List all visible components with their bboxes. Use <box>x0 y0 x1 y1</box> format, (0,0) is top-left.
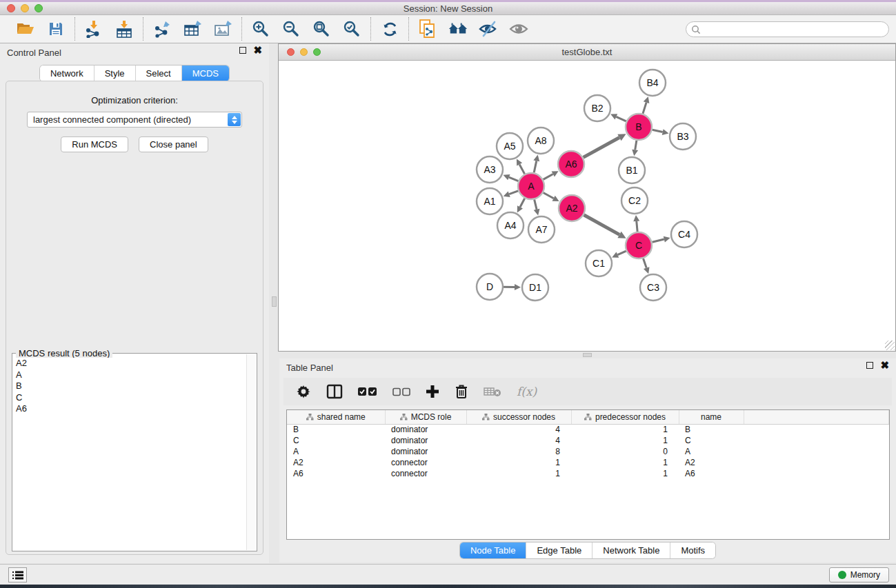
column-header[interactable]: shared name <box>287 410 385 424</box>
float-table-panel-icon[interactable] <box>866 362 873 369</box>
close-table-panel-icon[interactable]: ✖ <box>880 362 889 369</box>
deselect-all-checkboxes-icon[interactable] <box>392 387 410 396</box>
graph-edge-A-A2[interactable] <box>544 193 554 199</box>
table-cell[interactable]: 8 <box>466 446 571 457</box>
table-cell[interactable]: B <box>679 424 744 435</box>
clone-network-icon[interactable] <box>417 19 438 39</box>
graph-node-A1[interactable]: A1 <box>477 188 503 214</box>
table-cell[interactable]: 1 <box>571 457 679 468</box>
export-table-icon[interactable] <box>182 19 203 39</box>
graph-node-A5[interactable]: A5 <box>497 133 523 159</box>
tab-node-table[interactable]: Node Table <box>460 543 527 558</box>
table-cell[interactable]: A2 <box>679 457 744 468</box>
graph-edge-C-C1[interactable] <box>617 251 626 255</box>
add-row-icon[interactable] <box>426 385 439 398</box>
zoom-in-icon[interactable] <box>250 19 271 39</box>
show-columns-icon[interactable] <box>326 384 343 399</box>
graph-node-A4[interactable]: A4 <box>497 212 524 239</box>
graph-edge-A-A6[interactable] <box>544 174 553 179</box>
graph-edge-A2-C[interactable] <box>584 215 619 235</box>
table-cell[interactable]: 1 <box>571 424 679 435</box>
show-all-icon[interactable] <box>508 19 529 39</box>
table-cell[interactable]: dominator <box>385 435 466 446</box>
refresh-icon[interactable] <box>379 19 400 39</box>
close-panel-button[interactable]: Close panel <box>139 136 208 152</box>
graph-edge-A-A1[interactable] <box>509 191 518 194</box>
table-cell[interactable]: C <box>287 435 385 446</box>
graph-edge-B-B4[interactable] <box>643 103 646 114</box>
graph-edge-C-C3[interactable] <box>644 258 647 268</box>
window-resize-grip[interactable] <box>885 341 895 350</box>
graph-edge-B-B1[interactable] <box>635 141 637 150</box>
hide-selected-icon[interactable] <box>478 19 499 39</box>
table-cell[interactable]: 0 <box>571 446 679 457</box>
tab-motifs[interactable]: Motifs <box>670 543 715 558</box>
table-row[interactable]: Bdominator41B <box>287 424 889 435</box>
mcds-result-scrollbar[interactable] <box>246 354 256 550</box>
table-cell[interactable]: A2 <box>287 457 385 468</box>
graph-node-A6[interactable]: A6 <box>558 151 584 177</box>
mcds-result-item[interactable]: B <box>13 381 246 392</box>
table-cell[interactable]: 4 <box>466 435 571 446</box>
column-header[interactable]: name <box>679 410 744 424</box>
zoom-out-icon[interactable] <box>281 19 301 39</box>
select-all-checkboxes-icon[interactable] <box>358 387 377 396</box>
table-cell[interactable]: B <box>287 424 385 435</box>
table-cell[interactable]: A6 <box>287 468 385 479</box>
horizontal-split-grip[interactable] <box>583 353 592 357</box>
close-panel-icon[interactable]: ✖ <box>253 47 262 54</box>
graph-node-A[interactable]: A <box>518 173 544 199</box>
graph-edge-B-B3[interactable] <box>653 130 663 132</box>
run-mcds-button[interactable]: Run MCDS <box>61 136 128 152</box>
table-cell[interactable]: 1 <box>466 457 571 468</box>
task-history-button[interactable] <box>8 567 27 582</box>
graph-node-B4[interactable]: B4 <box>639 70 666 96</box>
search-field[interactable] <box>686 21 889 37</box>
memory-button[interactable]: Memory <box>829 567 889 582</box>
graph-node-B1[interactable]: B1 <box>619 157 645 183</box>
table-cell[interactable]: dominator <box>385 446 466 457</box>
graph-edge-A-A4[interactable] <box>520 199 525 207</box>
tab-style[interactable]: Style <box>94 65 136 81</box>
graph-node-C1[interactable]: C1 <box>586 250 612 276</box>
tab-edge-table[interactable]: Edge Table <box>526 543 593 558</box>
zoom-fit-icon[interactable] <box>311 19 332 39</box>
graph-node-A7[interactable]: A7 <box>528 216 555 243</box>
mcds-result-item[interactable]: A2 <box>13 358 246 369</box>
graph-edge-B-B2[interactable] <box>616 116 626 121</box>
zoom-selected-icon[interactable] <box>341 19 362 39</box>
export-network-icon[interactable] <box>152 19 172 39</box>
graph-node-D[interactable]: D <box>477 274 503 300</box>
vertical-split-grip[interactable] <box>272 296 277 307</box>
graph-edge-A6-B[interactable] <box>584 137 619 157</box>
table-cell[interactable]: connector <box>385 468 466 479</box>
graph-node-B3[interactable]: B3 <box>670 123 696 150</box>
network-canvas[interactable]: B4B2BB3B1A5A8A6A3AA1A2A4A7C2CC4C1C3DD1 <box>279 61 895 351</box>
first-neighbors-icon[interactable] <box>448 19 468 39</box>
column-header[interactable]: predecessor nodes <box>571 410 679 424</box>
graph-node-A8[interactable]: A8 <box>528 128 554 154</box>
graph-edge-C-C4[interactable] <box>652 239 664 242</box>
graph-node-A2[interactable]: A2 <box>559 195 585 221</box>
import-table-icon[interactable] <box>114 19 135 39</box>
table-cell[interactable]: A <box>287 446 385 457</box>
table-cell[interactable]: dominator <box>385 424 466 435</box>
table-cell[interactable]: C <box>679 435 744 446</box>
graph-edge-A-A8[interactable] <box>534 161 537 172</box>
import-network-icon[interactable] <box>83 19 104 39</box>
table-cell[interactable]: 4 <box>466 424 571 435</box>
table-cell[interactable]: 1 <box>466 468 571 479</box>
column-header[interactable]: successor nodes <box>466 410 571 424</box>
table-cell[interactable]: 1 <box>571 435 679 446</box>
delete-table-icon[interactable] <box>484 386 501 397</box>
table-cell[interactable]: A <box>679 446 744 457</box>
graph-node-B2[interactable]: B2 <box>584 95 610 121</box>
table-row[interactable]: A2connector11A2 <box>287 457 889 468</box>
column-header[interactable]: MCDS role <box>385 410 466 424</box>
mcds-result-item[interactable]: A6 <box>13 403 246 415</box>
graph-edge-A-A7[interactable] <box>535 199 537 209</box>
table-settings-icon[interactable] <box>296 384 311 399</box>
graph-edge-A-A5[interactable] <box>519 164 524 174</box>
mcds-result-list[interactable]: A2ABCA6 <box>13 358 246 550</box>
graph-node-D1[interactable]: D1 <box>522 274 548 301</box>
